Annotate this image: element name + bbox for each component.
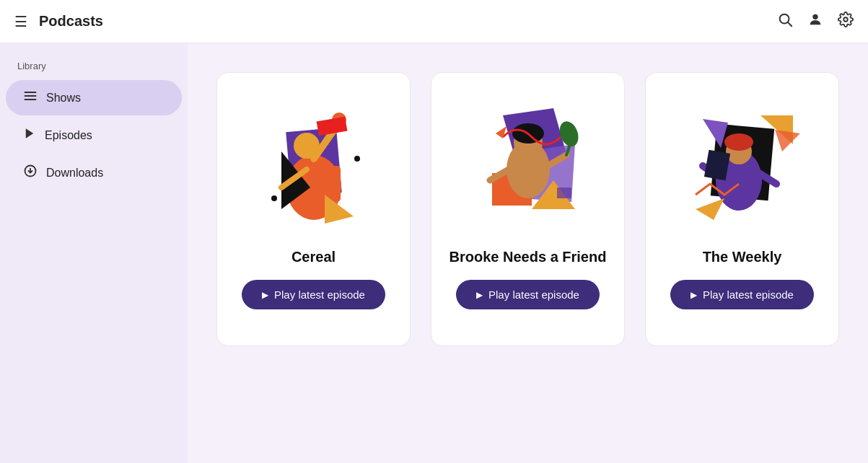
- sidebar-shows-label: Shows: [46, 92, 81, 105]
- cereal-artwork: [242, 90, 386, 234]
- play-button-icon-3: ▶: [691, 290, 697, 300]
- svg-marker-33: [496, 126, 507, 138]
- weekly-artwork: [670, 90, 815, 234]
- sidebar-downloads-label: Downloads: [46, 167, 103, 180]
- brooke-title: Brooke Needs a Friend: [450, 249, 607, 265]
- svg-point-19: [271, 195, 277, 201]
- weekly-title: The Weekly: [703, 249, 782, 265]
- svg-marker-45: [696, 198, 724, 220]
- svg-marker-39: [775, 130, 800, 151]
- list-icon: [23, 89, 38, 107]
- svg-point-20: [354, 156, 360, 162]
- brooke-play-label: Play latest episode: [488, 288, 579, 301]
- cereal-play-button[interactable]: ▶ Play latest episode: [242, 280, 385, 309]
- cereal-play-label: Play latest episode: [274, 288, 365, 301]
- svg-rect-18: [316, 117, 347, 136]
- svg-point-2: [812, 14, 817, 19]
- settings-icon[interactable]: [838, 12, 854, 31]
- brooke-artwork: [456, 90, 600, 234]
- podcast-card-cereal: Cereal ▶ Play latest episode: [216, 72, 411, 346]
- account-icon[interactable]: [807, 12, 823, 31]
- svg-point-41: [724, 133, 753, 151]
- header-right: [777, 12, 854, 31]
- sidebar-episodes-label: Episodes: [45, 129, 92, 142]
- menu-icon[interactable]: ☰: [14, 13, 27, 30]
- main-content: Cereal ▶ Play latest episode: [188, 43, 868, 463]
- downloads-icon: [23, 164, 38, 182]
- sidebar-item-downloads[interactable]: Downloads: [6, 155, 182, 190]
- header-left: ☰ Podcasts: [14, 13, 777, 30]
- play-button-icon-2: ▶: [476, 290, 483, 300]
- svg-point-3: [843, 17, 848, 22]
- weekly-play-button[interactable]: ▶ Play latest episode: [670, 280, 814, 309]
- play-icon: [23, 127, 36, 144]
- podcast-card-brooke: Brooke Needs a Friend ▶ Play latest epis…: [431, 72, 625, 346]
- weekly-play-label: Play latest episode: [703, 288, 794, 301]
- sidebar-item-shows[interactable]: Shows: [6, 80, 182, 115]
- header: ☰ Podcasts: [0, 0, 868, 43]
- svg-marker-7: [26, 128, 34, 138]
- brooke-play-button[interactable]: ▶ Play latest episode: [456, 280, 600, 309]
- sidebar: Library Shows Episodes: [0, 43, 188, 463]
- sidebar-item-episodes[interactable]: Episodes: [6, 118, 182, 152]
- podcast-card-weekly: The Weekly ▶ Play latest episode: [645, 72, 839, 346]
- cereal-title: Cereal: [291, 249, 336, 265]
- svg-line-1: [788, 22, 792, 26]
- svg-point-17: [294, 133, 320, 159]
- search-icon[interactable]: [777, 12, 793, 31]
- layout: Library Shows Episodes: [0, 43, 868, 463]
- app-title: Podcasts: [39, 13, 103, 30]
- library-label: Library: [0, 61, 188, 80]
- podcast-cards-grid: Cereal ▶ Play latest episode: [216, 72, 839, 346]
- play-button-icon: ▶: [262, 290, 268, 300]
- svg-rect-34: [557, 188, 571, 198]
